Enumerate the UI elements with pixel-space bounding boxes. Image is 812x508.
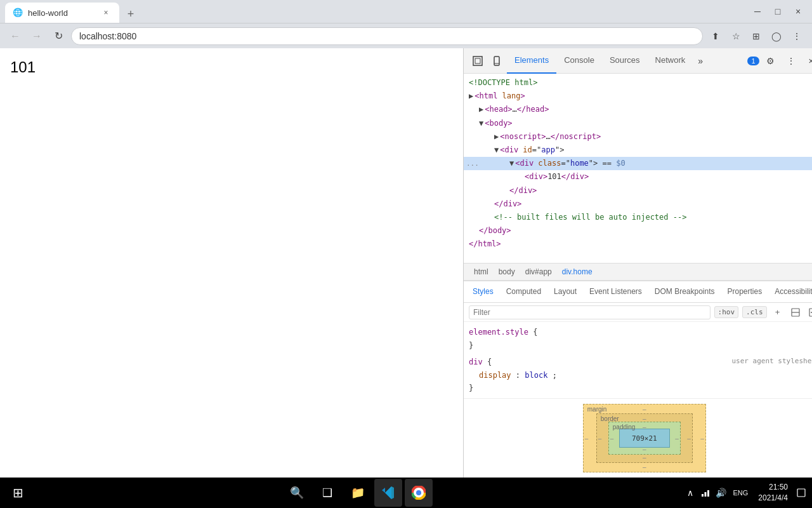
dom-line-div-app[interactable]: ▼ <div id =" app ">: [464, 144, 812, 157]
html-toggle[interactable]: ▶: [469, 90, 473, 102]
dom-line-html[interactable]: ▶ <html lang >: [464, 90, 812, 103]
filter-input[interactable]: [469, 305, 710, 319]
dom-line-close-div1[interactable]: </div>: [464, 184, 812, 197]
head-ellipsis: …: [513, 104, 517, 116]
task-view-icon: ❑: [322, 486, 332, 500]
new-style-rule-button[interactable]: [806, 305, 812, 319]
dom-line-body-close[interactable]: </body>: [464, 224, 812, 237]
head-tag: <head>: [485, 104, 512, 116]
noscript-close: </noscript>: [551, 131, 601, 143]
refresh-button[interactable]: ↻: [49, 27, 67, 45]
url-bar[interactable]: localhost:8080: [71, 27, 703, 45]
div-home-tag-open: <div: [515, 157, 538, 170]
new-tab-button[interactable]: +: [122, 5, 140, 23]
svg-rect-2: [494, 57, 499, 65]
toggle-element-state-button[interactable]: [789, 305, 802, 319]
maximize-button[interactable]: □: [769, 3, 787, 20]
close-div1-tag: </div>: [509, 185, 537, 197]
devtools-tab-sources[interactable]: Sources: [602, 48, 648, 74]
padding-bottom: –: [643, 446, 646, 453]
html-close-tag: >: [520, 90, 525, 102]
forward-button[interactable]: →: [28, 27, 46, 45]
devtools-close-button[interactable]: ×: [802, 52, 812, 70]
devtools-panel: Elements Console Sources Network » 1 ⚙ ⋮…: [463, 48, 812, 478]
minimize-button[interactable]: ─: [749, 3, 766, 20]
url-text: localhost:8080: [79, 31, 136, 41]
close-window-button[interactable]: ×: [789, 3, 807, 20]
styles-tab-layout[interactable]: Layout: [547, 281, 583, 303]
file-explorer-icon: 📁: [351, 486, 365, 500]
search-button[interactable]: 🔍: [283, 479, 311, 507]
head-toggle[interactable]: ▶: [479, 104, 483, 116]
dom-line-head[interactable]: ▶ <head> … </head>: [464, 103, 812, 116]
breadcrumb-div-home[interactable]: div.home: [557, 266, 598, 277]
dom-line-noscript[interactable]: ▶ <noscript> … </noscript>: [464, 130, 812, 144]
devtools-tab-console[interactable]: Console: [556, 48, 602, 74]
share-button[interactable]: ⬆: [707, 27, 724, 45]
devtools-tab-elements[interactable]: Elements: [507, 48, 556, 74]
styles-tab-styles[interactable]: Styles: [466, 281, 500, 303]
dom-tree[interactable]: <!DOCTYPE html> ▶ <html lang > ▶ <head> …: [464, 74, 812, 263]
breadcrumb-html[interactable]: html: [469, 266, 494, 277]
device-toolbar-button[interactable]: [488, 52, 506, 70]
cls-button[interactable]: .cls: [742, 306, 767, 318]
dom-line-body[interactable]: ▼ <body>: [464, 117, 812, 130]
file-explorer-button[interactable]: 📁: [344, 479, 372, 507]
breadcrumb-div-app[interactable]: div#app: [520, 266, 557, 277]
devtools-tab-more[interactable]: »: [693, 56, 708, 66]
css-rule-div: div { user agent stylesheet display : bl…: [469, 356, 812, 394]
notification-icon[interactable]: [796, 487, 807, 498]
task-view-button[interactable]: ❑: [313, 479, 341, 507]
language-label[interactable]: ENG: [730, 488, 750, 498]
html-close-tag2: </html>: [469, 238, 501, 250]
dom-ellipsis-dots[interactable]: ...: [466, 158, 479, 170]
breadcrumb-body[interactable]: body: [494, 266, 520, 277]
dom-line-html-close[interactable]: </html>: [464, 237, 812, 251]
inspect-element-button[interactable]: [469, 52, 487, 70]
volume-icon[interactable]: 🔊: [715, 487, 726, 498]
div-101-text: 101: [547, 171, 561, 183]
styles-tab-computed[interactable]: Computed: [500, 281, 547, 303]
back-button[interactable]: ←: [6, 27, 24, 45]
div-app-attr-name: id: [523, 144, 532, 156]
dom-line-div-home[interactable]: ... ▼ <div class =" home "> == $0: [464, 157, 812, 170]
network-icon[interactable]: [700, 487, 711, 498]
vscode-button[interactable]: [374, 479, 402, 507]
menu-button[interactable]: ⋮: [788, 27, 806, 45]
tray-chevron-button[interactable]: ∧: [684, 487, 696, 498]
add-style-button[interactable]: +: [771, 305, 785, 319]
devtools-tab-network[interactable]: Network: [648, 48, 693, 74]
page-number: 101: [10, 58, 36, 76]
filter-bar: :hov .cls +: [464, 303, 812, 322]
svg-point-11: [416, 491, 421, 495]
extensions-button[interactable]: ⊞: [747, 27, 765, 45]
start-button[interactable]: ⊞: [5, 480, 30, 505]
svg-rect-14: [707, 490, 709, 497]
dom-dollar-zero: $0: [616, 157, 625, 170]
tab-close-button[interactable]: ×: [100, 7, 112, 18]
chrome-button[interactable]: [405, 479, 433, 507]
styles-tab-accessibility[interactable]: Accessibility: [768, 281, 812, 303]
browser-tab[interactable]: 🌐 hello-world ×: [5, 3, 119, 23]
css-content: element.style { } div {: [464, 322, 812, 398]
dom-line-close-div2[interactable]: </div>: [464, 197, 812, 211]
body-toggle[interactable]: ▼: [479, 117, 483, 130]
hov-button[interactable]: :hov: [714, 306, 739, 318]
dom-line-div-101[interactable]: <div> 101 </div>: [464, 170, 812, 184]
margin-bottom: –: [643, 464, 646, 471]
bookmark-button[interactable]: ☆: [727, 27, 745, 45]
devtools-settings-button[interactable]: ⚙: [762, 52, 780, 70]
profile-button[interactable]: ◯: [768, 27, 785, 45]
styles-tab-event-listeners[interactable]: Event Listeners: [583, 281, 648, 303]
div-home-toggle[interactable]: ▼: [509, 157, 514, 170]
noscript-toggle[interactable]: ▶: [494, 131, 499, 143]
search-icon: 🔍: [290, 486, 304, 500]
html-attr-name: lang: [497, 90, 520, 102]
doctype-text: <!DOCTYPE html>: [469, 77, 537, 89]
devtools-right-actions: 1 ⚙ ⋮ ×: [747, 52, 812, 70]
clock[interactable]: 21:50 2021/4/4: [754, 481, 792, 505]
div-app-toggle[interactable]: ▼: [494, 144, 499, 156]
styles-tab-properties[interactable]: Properties: [721, 281, 769, 303]
styles-tab-dom-breakpoints[interactable]: DOM Breakpoints: [648, 281, 721, 303]
devtools-more-button[interactable]: ⋮: [782, 52, 800, 70]
